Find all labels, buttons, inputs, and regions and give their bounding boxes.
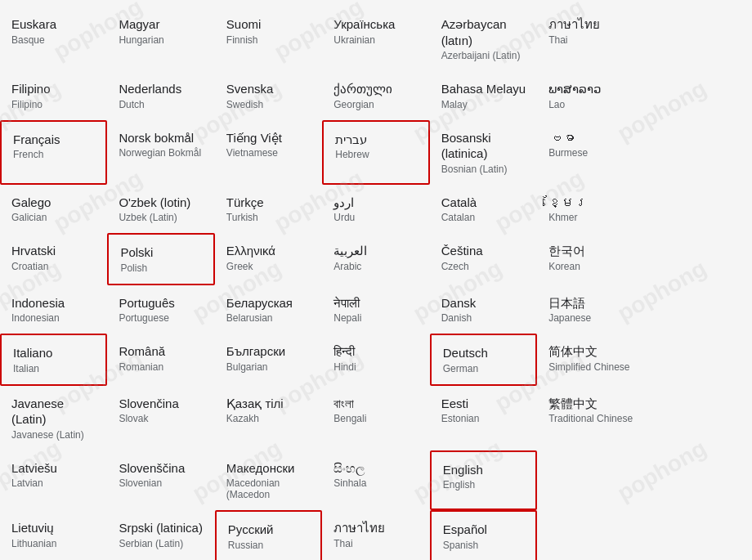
language-cell[interactable]: עבריתHebrew	[322, 120, 429, 185]
language-cell[interactable]: 繁體中文Traditional Chinese	[537, 386, 644, 450]
language-cell[interactable]: МакедонскиMacedonian (Macedon	[215, 450, 322, 511]
language-cell[interactable]: SlovenščinaSlovenian	[107, 450, 214, 511]
language-cell[interactable]: ItalianoItalian	[0, 334, 107, 386]
language-cell[interactable]: සිංහලSinhala	[322, 450, 429, 511]
language-label: Portuguese	[119, 312, 203, 324]
language-cell[interactable]: CatalàCatalan	[430, 185, 537, 234]
language-cell[interactable]: ΕλληνικάGreek	[215, 233, 322, 285]
language-cell[interactable]: اردوUrdu	[322, 185, 429, 234]
language-cell[interactable]: NederlandsDutch	[107, 71, 214, 120]
language-label: Urdu	[333, 212, 418, 223]
language-name: Javanese (Latin)	[11, 396, 96, 428]
language-cell[interactable]: العربيةArabic	[322, 233, 429, 285]
language-cell[interactable]: 日本語Japanese	[537, 285, 644, 334]
language-cell[interactable]: SuomiFinnish	[215, 7, 322, 71]
language-cell[interactable]: नेपालीNepali	[322, 285, 429, 334]
language-label: Dutch	[119, 99, 203, 110]
language-label: Slovenian	[119, 477, 203, 489]
language-name: Hrvatski	[11, 243, 96, 259]
language-cell	[645, 185, 752, 234]
language-cell[interactable]: ქართულიGeorgian	[322, 71, 429, 120]
language-cell[interactable]: Norsk bokmålNorwegian Bokmål	[107, 120, 214, 185]
language-label: Burmese	[548, 147, 633, 159]
language-cell[interactable]: EnglishEnglish	[430, 450, 537, 511]
language-cell[interactable]: PolskiPolish	[107, 233, 214, 285]
language-name: සිංහල	[333, 460, 418, 477]
language-name: Dansk	[441, 295, 526, 311]
language-label: Bengali	[333, 413, 418, 424]
language-name: English	[443, 462, 524, 478]
language-cell[interactable]: Bosanski (latinica)Bosnian (Latin)	[430, 120, 537, 185]
language-name: ဗမာ	[548, 130, 633, 146]
language-cell[interactable]: БългарскиBulgarian	[215, 334, 322, 386]
language-cell[interactable]: ဗမာBurmese	[537, 120, 644, 185]
language-cell[interactable]: Қазақ тіліKazakh	[215, 386, 322, 450]
language-cell	[645, 386, 752, 450]
language-name: Български	[226, 343, 311, 360]
language-name: Slovenčina	[119, 396, 203, 412]
language-name: Srpski (latinica)	[119, 520, 203, 536]
language-cell[interactable]: DeutschGerman	[430, 334, 537, 386]
language-cell[interactable]: ພາສາລາວLao	[537, 71, 644, 120]
language-label: Serbian (Latin)	[119, 538, 203, 549]
language-label: Bulgarian	[226, 361, 311, 373]
language-cell[interactable]: 한국어Korean	[537, 233, 644, 285]
language-cell[interactable]: TürkçeTurkish	[215, 185, 322, 234]
language-name: Bosanski (latinica)	[441, 130, 526, 162]
language-label: Japanese	[548, 312, 633, 324]
language-name: ภาษาไทย	[548, 16, 633, 33]
language-cell[interactable]: ภาษาไทยThai	[322, 510, 429, 560]
language-cell	[537, 510, 644, 560]
language-cell[interactable]: Bahasa MelayuMalay	[430, 71, 537, 120]
language-cell[interactable]: MagyarHungarian	[107, 7, 214, 71]
language-cell[interactable]: ภาษาไทยThai	[537, 7, 644, 71]
language-cell[interactable]: हिन्दीHindi	[322, 334, 429, 386]
language-cell[interactable]: 简体中文Simplified Chinese	[537, 334, 644, 386]
language-cell[interactable]: FrançaisFrench	[0, 120, 107, 185]
language-cell[interactable]: Azərbaycan (latın)Azerbaijani (Latin)	[430, 7, 537, 71]
language-cell[interactable]: LietuviųLithuanian	[0, 510, 107, 560]
language-cell[interactable]: БеларускаяBelarusian	[215, 285, 322, 334]
language-name: Bahasa Melayu	[441, 81, 526, 97]
language-name: Română	[119, 343, 203, 360]
language-cell[interactable]: PortuguêsPortuguese	[107, 285, 214, 334]
language-label: Lao	[548, 99, 633, 110]
language-cell[interactable]: LatviešuLatvian	[0, 450, 107, 511]
language-name: Eesti	[441, 396, 526, 412]
language-cell[interactable]: РусскийRussian	[215, 510, 322, 560]
language-name: Македонски	[226, 460, 311, 477]
language-cell	[645, 285, 752, 334]
language-cell[interactable]: DanskDanish	[430, 285, 537, 334]
language-name: Português	[119, 295, 203, 311]
language-cell[interactable]: FilipinoFilipino	[0, 71, 107, 120]
language-cell[interactable]: ខ្មែរKhmer	[537, 185, 644, 234]
language-cell[interactable]: EspañolSpanish	[430, 510, 537, 560]
language-name: اردو	[333, 195, 418, 211]
language-grid: EuskaraBasqueMagyarHungarianSuomiFinnish…	[0, 0, 752, 560]
language-cell[interactable]: Javanese (Latin)Javanese (Latin)	[0, 386, 107, 450]
language-cell[interactable]: ČeštinaCzech	[430, 233, 537, 285]
language-label: Malay	[441, 99, 526, 110]
language-label: Catalan	[441, 212, 526, 223]
language-label: Azerbaijani (Latin)	[441, 50, 526, 61]
language-cell[interactable]: IndonesiaIndonesian	[0, 285, 107, 334]
language-cell[interactable]: SlovenčinaSlovak	[107, 386, 214, 450]
language-cell[interactable]: বাংলাBengali	[322, 386, 429, 450]
language-name: Slovenščina	[119, 460, 203, 477]
language-cell[interactable]: УкраїнськаUkrainian	[322, 7, 429, 71]
language-cell[interactable]: Srpski (latinica)Serbian (Latin)	[107, 510, 214, 560]
language-cell[interactable]: Tiếng ViệtVietnamese	[215, 120, 322, 185]
language-name: Galego	[11, 195, 96, 211]
language-cell[interactable]: RomânăRomanian	[107, 334, 214, 386]
language-label: Swedish	[226, 99, 311, 110]
language-cell[interactable]: SvenskaSwedish	[215, 71, 322, 120]
language-label: Greek	[226, 261, 311, 272]
language-name: Norsk bokmål	[119, 130, 203, 146]
language-cell[interactable]: GalegoGalician	[0, 185, 107, 234]
language-label: Simplified Chinese	[548, 361, 633, 373]
language-cell[interactable]: EuskaraBasque	[0, 7, 107, 71]
language-label: Italian	[13, 363, 94, 374]
language-cell[interactable]: EestiEstonian	[430, 386, 537, 450]
language-cell[interactable]: O'zbek (lotin)Uzbek (Latin)	[107, 185, 214, 234]
language-cell[interactable]: HrvatskiCroatian	[0, 233, 107, 285]
